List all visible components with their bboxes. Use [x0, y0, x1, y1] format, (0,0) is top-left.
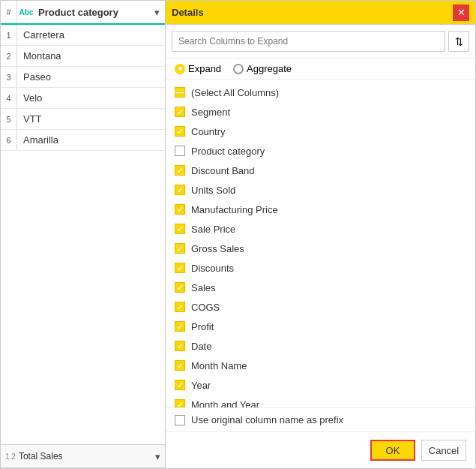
category-dropdown-arrow[interactable]: ▾: [148, 7, 165, 18]
column-list-item[interactable]: ✓ Month and Year: [166, 395, 475, 407]
column-checkbox[interactable]: —: [175, 87, 185, 98]
row-category-value: Montana: [17, 50, 165, 62]
column-list-item[interactable]: ✓ Country: [166, 122, 475, 141]
column-label: COGS: [191, 302, 220, 313]
column-checkbox[interactable]: ✓: [175, 243, 185, 254]
details-title: Details: [172, 7, 204, 18]
column-checkbox[interactable]: ✓: [175, 341, 185, 351]
column-label: Units Sold: [191, 185, 235, 196]
column-checkbox[interactable]: ✓: [175, 126, 185, 137]
table-row[interactable]: 6 Amarilla: [1, 130, 165, 151]
expand-aggregate-radio-group: Expand Aggregate: [166, 59, 475, 79]
aggregate-radio-label: Aggregate: [247, 63, 292, 74]
column-label: Gross Sales: [191, 243, 244, 254]
column-label: Year: [191, 380, 211, 391]
table-row[interactable]: 2 Montana: [1, 46, 165, 67]
column-label: Manufacturing Price: [191, 204, 278, 215]
columns-list: — (Select All Columns) ✓ Segment ✓ Count…: [166, 79, 475, 407]
details-header: Details ✕: [166, 1, 475, 25]
column-list-item[interactable]: ✓ Discounts: [166, 258, 475, 278]
column-checkbox[interactable]: ✓: [175, 107, 185, 117]
column-list-item[interactable]: ✓ Sale Price: [166, 219, 475, 239]
column-checkbox[interactable]: [175, 146, 185, 156]
column-label: Discount Band: [191, 165, 255, 176]
table-row[interactable]: 3 Paseo: [1, 67, 165, 88]
row-number: 5: [1, 109, 17, 129]
row-number-header: #: [1, 1, 17, 23]
total-sales-label: Total Sales: [19, 451, 63, 461]
column-list-item[interactable]: ✓ Sales: [166, 278, 475, 297]
column-label: Segment: [191, 107, 230, 118]
prefix-label: Use original column name as prefix: [191, 414, 343, 425]
category-table: 1 Carretera 2 Montana 3 Paseo 4 Velo 5 V…: [1, 25, 165, 444]
column-list-item[interactable]: ✓ Units Sold: [166, 180, 475, 200]
column-label: Sale Price: [191, 224, 235, 235]
column-label: (Select All Columns): [191, 87, 279, 98]
details-close-button[interactable]: ✕: [453, 5, 469, 21]
column-list-item[interactable]: ✓ Year: [166, 375, 475, 395]
expand-radio-label: Expand: [188, 63, 221, 74]
column-label: Date: [191, 341, 211, 352]
table-row[interactable]: 4 Velo: [1, 88, 165, 109]
table-row[interactable]: 5 VTT: [1, 109, 165, 130]
column-list-item[interactable]: ✓ Discount Band: [166, 161, 475, 180]
column-list-item[interactable]: Product category: [166, 141, 475, 161]
row-category-value: Amarilla: [17, 134, 165, 146]
column-list-item[interactable]: ✓ Gross Sales: [166, 239, 475, 258]
column-checkbox[interactable]: ✓: [175, 263, 185, 273]
row-category-value: VTT: [17, 113, 165, 125]
row-category-value: Velo: [17, 92, 165, 104]
column-list-item[interactable]: ✓ COGS: [166, 297, 475, 317]
column-checkbox[interactable]: ✓: [175, 380, 185, 390]
column-checkbox[interactable]: ✓: [175, 321, 185, 332]
column-list-item[interactable]: ✓ Segment: [166, 102, 475, 122]
footer: OK Cancel: [166, 431, 475, 468]
category-type-icon: Abc: [17, 8, 35, 17]
row-number: 1: [1, 25, 17, 45]
column-checkbox[interactable]: ✓: [175, 360, 185, 371]
column-label: Discounts: [191, 263, 234, 274]
table-row[interactable]: 1 Carretera: [1, 25, 165, 46]
column-list-item[interactable]: ✓ Manufacturing Price: [166, 200, 475, 219]
column-label: Month Name: [191, 360, 247, 371]
row-category-value: Paseo: [17, 71, 165, 83]
row-number: 3: [1, 67, 17, 87]
column-checkbox[interactable]: ✓: [175, 224, 185, 234]
column-list-item[interactable]: ✓ Profit: [166, 317, 475, 336]
aggregate-radio[interactable]: Aggregate: [233, 63, 292, 74]
aggregate-radio-circle: [233, 64, 244, 74]
search-area: ⇅: [166, 25, 475, 59]
column-checkbox[interactable]: ✓: [175, 185, 185, 195]
row-number: 6: [1, 130, 17, 150]
column-checkbox[interactable]: ✓: [175, 399, 185, 407]
cancel-button[interactable]: Cancel: [421, 440, 466, 461]
column-checkbox[interactable]: ✓: [175, 165, 185, 176]
column-label: Profit: [191, 321, 214, 332]
total-sales-dropdown[interactable]: ▾: [155, 451, 160, 462]
row-number: 2: [1, 46, 17, 66]
sort-button[interactable]: ⇅: [448, 31, 469, 52]
prefix-row[interactable]: Use original column name as prefix: [166, 407, 475, 431]
column-list-item[interactable]: ✓ Date: [166, 336, 475, 356]
column-label: Product category: [191, 146, 265, 157]
search-input[interactable]: [172, 31, 445, 52]
column-checkbox[interactable]: ✓: [175, 282, 185, 293]
category-column-header: Product category: [35, 7, 148, 18]
expand-radio[interactable]: Expand: [175, 63, 221, 74]
column-label: Country: [191, 126, 226, 137]
prefix-checkbox[interactable]: [175, 415, 185, 425]
column-list-item[interactable]: — (Select All Columns): [166, 83, 475, 102]
column-list-item[interactable]: ✓ Month Name: [166, 356, 475, 375]
column-checkbox[interactable]: ✓: [175, 204, 185, 215]
row-number: 4: [1, 88, 17, 108]
column-label: Sales: [191, 282, 216, 293]
column-checkbox[interactable]: ✓: [175, 302, 185, 312]
column-label: Month and Year: [191, 399, 259, 408]
row-category-value: Carretera: [17, 29, 165, 41]
expand-radio-circle: [175, 64, 185, 74]
ok-button[interactable]: OK: [370, 440, 415, 461]
